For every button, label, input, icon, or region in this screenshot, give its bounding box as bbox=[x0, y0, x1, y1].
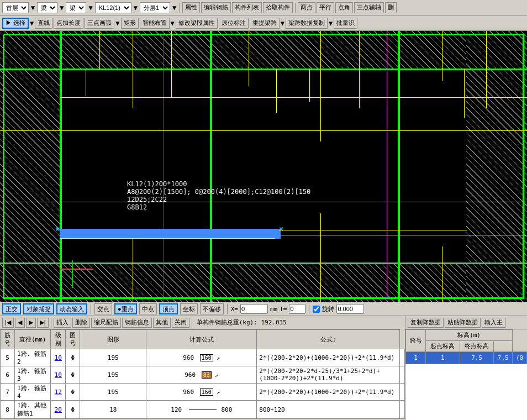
level-select[interactable]: 首层 bbox=[2, 2, 29, 13]
nav-next[interactable]: ▶ bbox=[26, 318, 36, 328]
right-cell-extra: (0 bbox=[513, 352, 527, 364]
re-extract-button[interactable]: 重提梁跨 bbox=[250, 18, 280, 29]
component-list-button[interactable]: 构件列表 bbox=[232, 2, 262, 13]
copy-span-button[interactable]: 梁跨数据复制 bbox=[286, 18, 328, 29]
batch-id-button[interactable]: 批量识 bbox=[334, 18, 357, 29]
toolbar-1: 首层 ▼ 梁 ▼ 梁 ▼ KL12(1) ▼ 分层1 ▼ 属性 编辑钢筋 构件列… bbox=[0, 0, 527, 15]
three-point-axis-button[interactable]: 三点辅轴 bbox=[354, 2, 384, 13]
cell-shape-num: 195 bbox=[80, 384, 146, 401]
close-button[interactable]: 关闭 bbox=[172, 318, 189, 328]
dot-length-button[interactable]: 点加长度 bbox=[54, 18, 83, 29]
snap-sep3 bbox=[309, 304, 309, 314]
yellow-v-8 bbox=[486, 31, 487, 108]
rebar-table: 筋号 直径(mm) 级别 图号 图形 计算公式 公式: 5 1跨. 箍筋2 10 bbox=[0, 329, 405, 419]
cell-name: 1跨. 箍筋3 bbox=[14, 366, 50, 384]
two-point-button[interactable]: 两点 bbox=[298, 2, 315, 13]
input-main[interactable]: 输入主 bbox=[482, 318, 505, 328]
rotation-checkbox[interactable] bbox=[313, 306, 320, 313]
delete-button[interactable]: 删 bbox=[385, 2, 397, 13]
nav-first[interactable]: |◀ bbox=[2, 318, 14, 328]
component-select-2[interactable]: 梁 bbox=[66, 2, 86, 13]
snap-intersection[interactable]: 交点 bbox=[94, 303, 112, 314]
cell-formula: 2*((200-2*20)+(1000-2*20))+2*(11.9*d) bbox=[257, 349, 400, 366]
snap-coord[interactable]: 坐标 bbox=[180, 303, 198, 314]
modify-beam-button[interactable]: 修改梁段属性 bbox=[176, 18, 218, 29]
right-table-row[interactable]: 1 1 7.5 7.5 (0 bbox=[406, 352, 527, 364]
right-data-table: 跨号 标高(m) 起点标高 终点标高 1 1 7.5 7.5 (0 bbox=[405, 329, 527, 364]
yellow-v-6 bbox=[359, 31, 360, 108]
rotation-input[interactable] bbox=[336, 304, 364, 314]
cell-formula: 2*((200-2*20-2*d-25)/3*1+25+2*d)+(1000-2… bbox=[257, 366, 400, 384]
snap-object[interactable]: 对象捕捉 bbox=[23, 303, 54, 314]
paste-drop-data[interactable]: 粘贴降数据 bbox=[445, 318, 481, 328]
insert-button[interactable]: 插入 bbox=[54, 318, 71, 328]
yellow-v-5 bbox=[320, 31, 321, 141]
cell-id: 6 bbox=[1, 366, 15, 384]
property-button[interactable]: 属性 bbox=[182, 2, 200, 13]
snap-ortho[interactable]: 正交 bbox=[2, 303, 21, 314]
t-input[interactable] bbox=[289, 304, 305, 314]
col-header-grade: 级别 bbox=[51, 330, 66, 349]
beam-endpoint-right: × bbox=[279, 224, 283, 233]
select-button[interactable]: ▶ 选择 bbox=[2, 18, 29, 29]
three-arc-button[interactable]: 三点画弧 bbox=[85, 18, 114, 29]
dot-angle-button[interactable]: 点角 bbox=[335, 2, 353, 13]
green-outer-rect bbox=[3, 34, 524, 299]
right-cell-span: 1 bbox=[426, 352, 460, 364]
rect-button[interactable]: 矩形 bbox=[121, 18, 139, 29]
cell-diameter: 10 bbox=[51, 349, 66, 366]
original-mark-button[interactable]: 原位标注 bbox=[219, 18, 249, 29]
nav-last[interactable]: ▶| bbox=[37, 318, 49, 328]
y-top-1 bbox=[86, 69, 86, 96]
sep4: ▼ bbox=[133, 4, 139, 12]
status-bar: 正交 对象捕捉 动态输入 交点 ●重点 中点 顶点 坐标 不偏移 X= mm T… bbox=[0, 302, 527, 316]
panel-sep2 bbox=[192, 318, 192, 328]
rotation-label: 旋转 bbox=[322, 305, 334, 313]
component-select-1[interactable]: 梁 bbox=[37, 2, 57, 13]
snap-vertex[interactable]: 顶点 bbox=[159, 303, 178, 314]
canvas-area[interactable]: KL12(1)200*1000 A8@200(2)[1500]; 0@200(4… bbox=[0, 31, 527, 302]
bottom-panel: |◀ ◀ ▶ ▶| 插入 删除 缩尺配筋 钢筋信息 其他 关闭 单构件钢筋总重(… bbox=[0, 316, 527, 420]
beam-line2: A8@200(2)[1500]; 0@200(4)[2000];C12@100(… bbox=[127, 188, 310, 196]
yellow-v-7 bbox=[442, 31, 442, 81]
sep2: ▼ bbox=[59, 4, 65, 12]
snap-no-offset[interactable]: 不偏移 bbox=[200, 303, 224, 314]
panel-sep1 bbox=[51, 318, 51, 328]
snap-midpoint[interactable]: 中点 bbox=[139, 303, 157, 314]
snap-midweight[interactable]: ●重点 bbox=[114, 303, 137, 314]
scale-rebar-button[interactable]: 缩尺配筋 bbox=[91, 318, 121, 328]
parallel-button[interactable]: 平行 bbox=[317, 2, 334, 13]
edit-rebar-button[interactable]: 编辑钢筋 bbox=[201, 2, 231, 13]
table-row[interactable]: 6 1跨. 箍筋3 10 Φ 195 960 83 ↗ 2*((200-2*20… bbox=[1, 366, 405, 384]
snap-dynamic[interactable]: 动态输入 bbox=[56, 303, 87, 314]
table-row[interactable]: 8 1跨. 其他箍筋1 20 Φ 18 120 800 800+120 bbox=[1, 401, 405, 419]
y-top-3 bbox=[309, 69, 310, 102]
kl-select[interactable]: KL12(1) bbox=[95, 2, 131, 13]
sep1: ▼ bbox=[30, 4, 36, 12]
pick-component-button[interactable]: 拾取构件 bbox=[263, 2, 293, 13]
delete-row-button[interactable]: 删除 bbox=[72, 318, 90, 328]
cell-shape-num: 195 bbox=[80, 349, 146, 366]
rebar-info-button[interactable]: 钢筋信息 bbox=[122, 318, 152, 328]
y-top-2 bbox=[276, 69, 277, 113]
copy-drop-data[interactable]: 复制降数据 bbox=[408, 318, 444, 328]
col-header-figure: 图形 bbox=[80, 330, 146, 349]
sep3: ▼ bbox=[87, 4, 93, 12]
nav-prev[interactable]: ◀ bbox=[15, 318, 25, 328]
table-row[interactable]: 5 1跨. 箍筋2 10 Φ 195 960 160 ↗ 2*((200-2*2… bbox=[1, 349, 405, 366]
cell-name: 1跨. 箍筋4 bbox=[14, 384, 50, 401]
fen-select[interactable]: 分层1 bbox=[140, 2, 170, 13]
selected-beam[interactable] bbox=[60, 229, 281, 239]
cell-figure: 960 83 ↗ bbox=[146, 366, 257, 384]
smart-layout-button[interactable]: 智能布置 bbox=[140, 18, 170, 29]
cell-extra bbox=[399, 366, 404, 384]
cell-grade: Φ bbox=[66, 401, 80, 419]
table-row[interactable]: 7 1跨. 箍筋4 12 Φ 195 960 160 ↗ 2*((200-2*2… bbox=[1, 384, 405, 401]
straight-line-button[interactable]: 直线 bbox=[35, 18, 52, 29]
table-scroll[interactable]: 筋号 直径(mm) 级别 图号 图形 计算公式 公式: 5 1跨. 箍筋2 10 bbox=[0, 329, 405, 420]
right-cell-id: 1 bbox=[406, 352, 426, 364]
other-button[interactable]: 其他 bbox=[153, 318, 171, 328]
col-header-shape: 图号 bbox=[66, 330, 80, 349]
x-input[interactable] bbox=[240, 304, 268, 314]
yellow-v-3 bbox=[171, 31, 172, 97]
